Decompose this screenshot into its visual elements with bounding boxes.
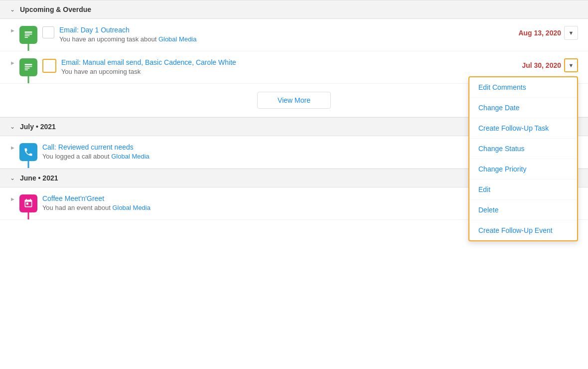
dropdown-btn-2[interactable]: ▼ xyxy=(564,58,578,72)
dropdown-item-edit-comments[interactable]: Edit Comments xyxy=(469,77,577,98)
activity-sub-link-4[interactable]: Global Media xyxy=(112,204,150,211)
email-icon-1 xyxy=(19,26,37,44)
activity-date-area-2: Jul 30, 2020 ▼ xyxy=(522,58,578,72)
email-svg-2 xyxy=(23,62,33,72)
activity-sub-1: You have an upcoming task about Global M… xyxy=(59,35,519,43)
email-svg-1 xyxy=(23,30,33,40)
activity-sub-link-1[interactable]: Global Media xyxy=(158,35,197,43)
svg-rect-3 xyxy=(24,37,28,38)
activity-title-3[interactable]: Call: Reviewed current needs xyxy=(42,143,134,151)
activity-content-2: Email: Manual email send, Basic Cadence,… xyxy=(61,58,522,75)
section-title-june: June • 2021 xyxy=(20,174,58,182)
activity-title-2[interactable]: Email: Manual email send, Basic Cadence,… xyxy=(61,58,236,66)
svg-rect-7 xyxy=(24,69,28,70)
icon-bar-3 xyxy=(27,161,29,168)
activity-title-4[interactable]: Coffee Meet'n'Greet xyxy=(42,194,104,202)
dropdown-item-change-priority[interactable]: Change Priority xyxy=(469,159,577,180)
activity-date-area-1: Aug 13, 2020 ▼ xyxy=(518,26,578,40)
activity-sub-text-4: You had an event about xyxy=(42,204,112,211)
icon-bar-2 xyxy=(27,76,29,83)
activity-sub-text-3: You logged a call about xyxy=(42,153,111,160)
chevron-down-icon-3[interactable]: ⌄ xyxy=(10,175,15,182)
dropdown-item-delete[interactable]: Delete xyxy=(469,200,577,220)
dropdown-item-edit[interactable]: Edit xyxy=(469,180,577,200)
chevron-down-icon-2[interactable]: ⌄ xyxy=(10,123,15,130)
activity-row-2: ► Email: Manual email send, Basic Cadenc… xyxy=(0,51,588,84)
svg-rect-1 xyxy=(24,34,32,35)
section-title-july: July • 2021 xyxy=(20,123,56,131)
activity-date-1: Aug 13, 2020 xyxy=(518,29,561,37)
activity-sub-2: You have an upcoming task xyxy=(61,68,522,75)
expand-arrow-3[interactable]: ► xyxy=(10,145,15,151)
activity-sub-link-3[interactable]: Global Media xyxy=(111,153,149,160)
dropdown-item-change-date[interactable]: Change Date xyxy=(469,98,577,118)
page-wrapper: ⌄ Upcoming & Overdue ► Email: Day 1 Outr… xyxy=(0,0,588,369)
activity-date-2: Jul 30, 2020 xyxy=(522,61,561,69)
dropdown-item-create-followup-event[interactable]: Create Follow-Up Event xyxy=(469,220,577,240)
activity-content-1: Email: Day 1 Outreach You have an upcomi… xyxy=(59,26,519,43)
checkbox-1[interactable] xyxy=(42,26,54,38)
expand-arrow-1[interactable]: ► xyxy=(10,27,15,33)
event-svg-4 xyxy=(23,198,33,208)
svg-rect-6 xyxy=(24,68,29,69)
activity-sub-text-2: You have an upcoming task xyxy=(61,68,141,75)
expand-arrow-4[interactable]: ► xyxy=(10,196,15,202)
activity-title-1[interactable]: Email: Day 1 Outreach xyxy=(59,26,130,34)
event-icon-4 xyxy=(19,194,37,212)
svg-rect-4 xyxy=(24,64,32,65)
svg-rect-5 xyxy=(24,66,32,67)
activity-sub-text-1: You have an upcoming task about xyxy=(59,35,158,43)
call-icon-3 xyxy=(19,143,37,161)
expand-arrow-2[interactable]: ► xyxy=(10,60,15,66)
call-svg-3 xyxy=(23,147,33,157)
svg-rect-0 xyxy=(24,31,32,33)
section-upcoming-overdue[interactable]: ⌄ Upcoming & Overdue xyxy=(0,0,588,19)
activity-row-1: ► Email: Day 1 Outreach You have an upco… xyxy=(0,19,588,51)
svg-rect-2 xyxy=(24,35,29,36)
dropdown-btn-1[interactable]: ▼ xyxy=(564,26,578,40)
dropdown-menu: Edit Comments Change Date Create Follow-… xyxy=(468,76,578,241)
section-title-upcoming: Upcoming & Overdue xyxy=(20,5,91,13)
dropdown-item-change-status[interactable]: Change Status xyxy=(469,139,577,159)
email-icon-2 xyxy=(19,58,37,76)
chevron-down-icon[interactable]: ⌄ xyxy=(10,6,15,13)
icon-bar-1 xyxy=(27,44,29,51)
checkbox-2[interactable] xyxy=(42,59,56,73)
dropdown-item-create-followup-task[interactable]: Create Follow-Up Task xyxy=(469,118,577,139)
icon-bar-4 xyxy=(27,212,29,219)
view-more-button[interactable]: View More xyxy=(257,92,331,109)
